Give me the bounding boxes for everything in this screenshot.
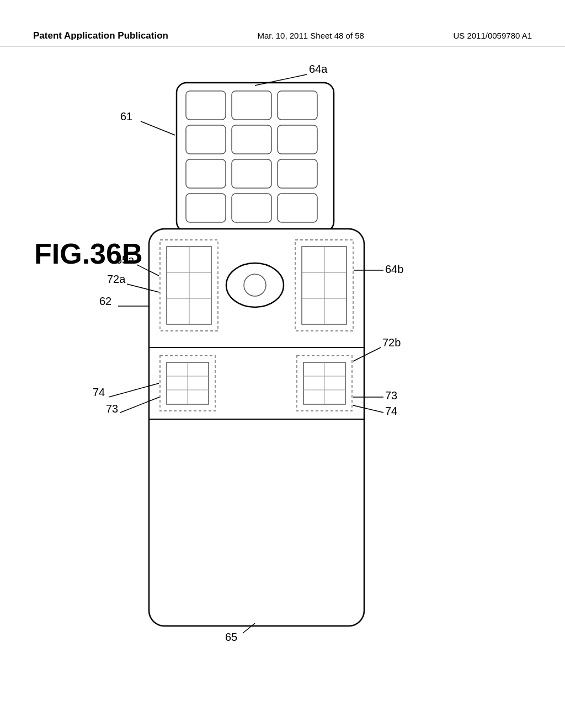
publication-label: Patent Application Publication <box>33 30 168 41</box>
svg-rect-23 <box>302 247 347 324</box>
svg-rect-15 <box>160 240 218 331</box>
svg-text:73: 73 <box>106 403 118 415</box>
page-header: Patent Application Publication Mar. 10, … <box>0 30 565 46</box>
svg-point-20 <box>226 263 284 307</box>
svg-rect-8 <box>232 159 271 188</box>
svg-line-60 <box>243 623 255 633</box>
svg-rect-10 <box>186 194 226 222</box>
svg-line-58 <box>353 405 383 413</box>
svg-rect-11 <box>232 194 271 222</box>
svg-line-50 <box>120 397 159 413</box>
svg-point-21 <box>244 274 266 296</box>
svg-rect-33 <box>297 356 352 411</box>
diagram-svg: 64a 61 65a 72a 62 74 73 64b 72b 73 74 65 <box>0 0 565 728</box>
svg-rect-2 <box>232 91 271 120</box>
svg-rect-1 <box>186 91 226 120</box>
patent-number-label: US 2011/0059780 A1 <box>453 31 532 40</box>
svg-rect-4 <box>186 125 226 154</box>
svg-rect-9 <box>278 159 317 188</box>
svg-rect-34 <box>303 362 345 404</box>
svg-rect-28 <box>160 356 215 411</box>
svg-rect-13 <box>149 229 364 626</box>
svg-text:64b: 64b <box>385 263 403 275</box>
svg-text:74: 74 <box>93 386 105 398</box>
svg-text:64a: 64a <box>309 63 328 75</box>
svg-text:72b: 72b <box>382 336 401 349</box>
svg-line-54 <box>353 347 381 361</box>
svg-rect-3 <box>278 91 317 120</box>
svg-line-38 <box>255 74 307 85</box>
date-sheet-label: Mar. 10, 2011 Sheet 48 of 58 <box>257 31 364 40</box>
svg-text:74: 74 <box>385 405 397 417</box>
svg-rect-16 <box>167 247 211 324</box>
svg-line-44 <box>127 284 159 292</box>
svg-rect-6 <box>278 125 317 154</box>
svg-text:73: 73 <box>385 389 397 402</box>
svg-text:61: 61 <box>120 110 132 122</box>
svg-rect-0 <box>177 83 334 232</box>
svg-line-40 <box>141 121 175 135</box>
svg-rect-12 <box>278 194 317 222</box>
figure-label: FIG.36B <box>34 237 143 270</box>
svg-text:65: 65 <box>225 631 237 643</box>
svg-rect-29 <box>167 362 209 404</box>
svg-line-48 <box>109 383 159 397</box>
svg-rect-22 <box>295 240 353 331</box>
svg-text:72a: 72a <box>107 273 126 285</box>
svg-text:62: 62 <box>99 295 111 307</box>
svg-rect-5 <box>232 125 271 154</box>
svg-rect-7 <box>186 159 226 188</box>
